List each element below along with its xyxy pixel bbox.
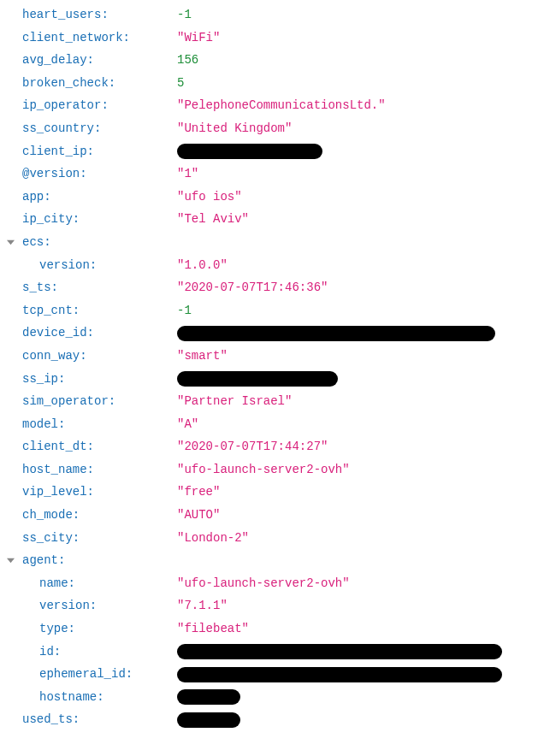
field-row: ss_ip:: [0, 368, 538, 391]
field-value: "1": [177, 162, 538, 186]
field-value: "2020-07-07T17:46:36": [177, 276, 538, 299]
string-value: "Partner Israel": [177, 394, 292, 408]
redacted-value: [177, 326, 495, 341]
field-key: ip_operator:: [21, 94, 177, 117]
string-value: "AUTO": [177, 508, 220, 522]
expand-toggle[interactable]: [0, 239, 21, 246]
string-value: "ufo-launch-server2-ovh": [177, 576, 350, 590]
field-value: "2020-07-07T17:44:27": [177, 435, 538, 458]
field-row: type:"filebeat": [0, 617, 538, 641]
field-row: @version:"1": [0, 162, 538, 186]
field-value: 156: [177, 49, 538, 72]
svg-marker-1: [7, 558, 15, 563]
field-value: "United Kingdom": [177, 117, 538, 140]
field-row: name:"ufo-launch-server2-ovh": [0, 572, 538, 595]
field-row: broken_check:5: [0, 72, 538, 95]
field-value: [177, 663, 538, 686]
field-key: model:: [21, 413, 177, 436]
field-key: device_id:: [21, 322, 177, 345]
field-value: "Tel Aviv": [177, 208, 538, 231]
string-value: "1": [177, 167, 198, 180]
field-key: version:: [21, 594, 177, 617]
string-value: "PelephoneCommunicationsLtd.": [177, 98, 386, 112]
field-row: ephemeral_id:: [0, 663, 538, 686]
field-value: [177, 686, 538, 709]
field-value: "PelephoneCommunicationsLtd.": [177, 94, 538, 117]
field-key: avg_delay:: [21, 49, 177, 72]
field-key: app:: [21, 186, 177, 209]
field-key: ss_country:: [21, 117, 177, 140]
field-value: [177, 368, 538, 391]
field-row: sim_operator:"Partner Israel": [0, 390, 538, 413]
field-value: [177, 641, 538, 664]
svg-marker-0: [7, 240, 15, 245]
field-value: 5: [177, 72, 538, 95]
expand-toggle[interactable]: [0, 557, 21, 564]
field-key: ss_city:: [21, 527, 177, 550]
field-row: model:"A": [0, 413, 538, 436]
field-row: vip_level:"free": [0, 481, 538, 504]
field-key: conn_way:: [21, 345, 177, 368]
field-row: used_ts:: [0, 708, 538, 731]
field-value: -1: [177, 299, 538, 322]
field-row: host_name:"ufo-launch-server2-ovh": [0, 458, 538, 481]
field-row: tcp_cnt:-1: [0, 299, 538, 322]
field-value: [177, 708, 538, 731]
field-key: broken_check:: [21, 72, 177, 95]
field-row: ch_mode:"AUTO": [0, 504, 538, 527]
field-key: heart_users:: [21, 3, 177, 27]
field-value: "A": [177, 413, 538, 436]
field-value: "7.1.1": [177, 594, 538, 617]
field-row: app:"ufo ios": [0, 186, 538, 209]
field-row: client_ip:: [0, 140, 538, 163]
chevron-down-icon: [7, 239, 15, 246]
redacted-value: [177, 667, 502, 682]
redacted-value: [177, 371, 338, 387]
field-key: s_ts:: [21, 276, 177, 299]
field-key: vip_level:: [21, 481, 177, 504]
string-value: "ufo-launch-server2-ovh": [177, 463, 350, 476]
field-row: s_ts:"2020-07-07T17:46:36": [0, 276, 538, 299]
redacted-value: [177, 144, 322, 159]
field-key: ss_ip:: [21, 368, 177, 391]
field-value: "smart": [177, 345, 538, 368]
string-value: "filebeat": [177, 622, 249, 635]
field-row: id:: [0, 641, 538, 664]
field-row: ecs:: [0, 231, 538, 254]
field-row: client_dt:"2020-07-07T17:44:27": [0, 435, 538, 458]
field-value: "free": [177, 481, 538, 504]
field-key: tcp_cnt:: [21, 299, 177, 322]
field-row: version:"1.0.0": [0, 254, 538, 277]
string-value: "ufo ios": [177, 190, 242, 204]
field-value: "ufo-launch-server2-ovh": [177, 572, 538, 595]
field-key: type:: [21, 617, 177, 641]
field-row: agent:: [0, 549, 538, 572]
field-value: "ufo ios": [177, 186, 538, 209]
field-value: "London-2": [177, 527, 538, 550]
field-value: "filebeat": [177, 617, 538, 641]
field-key: ephemeral_id:: [21, 663, 177, 686]
string-value: "2020-07-07T17:44:27": [177, 440, 328, 453]
field-key: ip_city:: [21, 208, 177, 231]
field-key: name:: [21, 572, 177, 595]
field-row: version:"7.1.1": [0, 594, 538, 617]
string-value: "free": [177, 485, 220, 499]
field-value: -1: [177, 3, 538, 27]
field-row: hostname:: [0, 686, 538, 709]
string-value: "WiFi": [177, 31, 220, 44]
field-key: ecs:: [21, 231, 177, 254]
redacted-value: [177, 644, 502, 659]
field-key: id:: [21, 641, 177, 664]
field-key: @version:: [21, 162, 177, 186]
string-value: "2020-07-07T17:46:36": [177, 281, 328, 294]
number-value: 5: [177, 76, 184, 90]
field-key: client_dt:: [21, 435, 177, 458]
string-value: "7.1.1": [177, 599, 228, 612]
string-value: "United Kingdom": [177, 121, 292, 135]
field-key: agent:: [21, 549, 177, 572]
field-value: "1.0.0": [177, 254, 538, 277]
field-key: ch_mode:: [21, 504, 177, 527]
string-value: "London-2": [177, 531, 249, 545]
field-value: "Partner Israel": [177, 390, 538, 413]
field-row: ss_country:"United Kingdom": [0, 117, 538, 140]
